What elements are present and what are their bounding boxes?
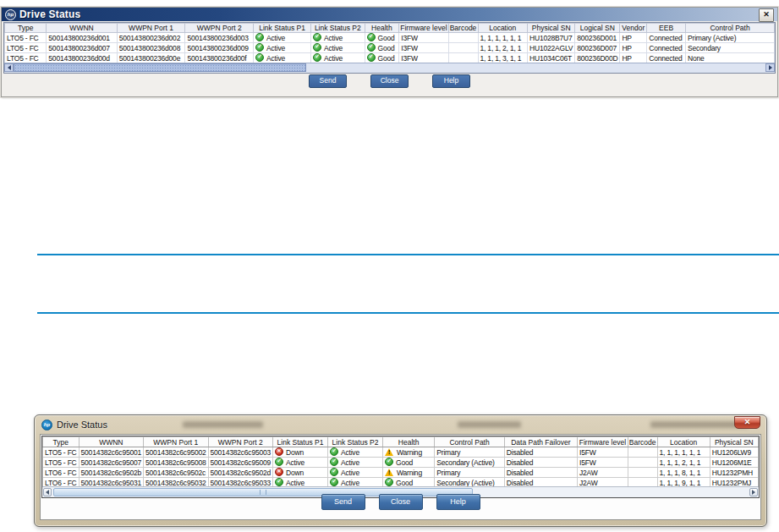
- close-button[interactable]: Close: [370, 74, 409, 88]
- cell: [628, 458, 657, 468]
- drive-row[interactable]: LTO5 - FC50014382c6c9500150014382c6c9500…: [43, 447, 759, 458]
- column-header[interactable]: Physical SN: [528, 24, 575, 33]
- titlebar-glass-artifact: [183, 421, 263, 428]
- cell: None: [686, 53, 775, 63]
- status-text: Good: [378, 54, 395, 63]
- column-header[interactable]: Type: [43, 437, 80, 447]
- cell: 50014382c6c95002: [144, 447, 208, 458]
- status-text: Down: [286, 448, 304, 457]
- cell: HU1022AGLV: [528, 43, 575, 53]
- drive-row[interactable]: LTO5 - FC500143800236d007500143800236d00…: [5, 43, 775, 53]
- status-text: Active: [324, 34, 343, 42]
- horizontal-scrollbar[interactable]: [4, 63, 775, 73]
- column-header[interactable]: Physical SN: [710, 437, 758, 447]
- scroll-right-icon[interactable]: [765, 63, 775, 72]
- horizontal-rule: [37, 254, 779, 255]
- drive-table-viewport: TypeWWNNWWPN Port 1WWPN Port 2Link Statu…: [41, 436, 760, 498]
- drive-row[interactable]: LTO5 - FC500143800236d001500143800236d00…: [5, 33, 775, 43]
- close-button[interactable]: Close: [379, 494, 423, 510]
- status-text: Active: [341, 469, 359, 477]
- cell: 500143800236d002: [117, 33, 185, 43]
- column-header[interactable]: Health: [365, 24, 399, 33]
- cell: 1, 1, 1, 1, 1, 1: [478, 33, 528, 43]
- column-header[interactable]: Location: [657, 437, 710, 447]
- help-button[interactable]: Help: [436, 494, 480, 510]
- column-header[interactable]: Link Status P1: [254, 24, 311, 33]
- titlebar-glass-artifact: [458, 421, 521, 428]
- cell: HP: [620, 33, 647, 43]
- status-ok-icon: [367, 33, 376, 41]
- column-header[interactable]: Data Path Failover: [504, 437, 577, 447]
- cell: [628, 468, 657, 478]
- help-button[interactable]: Help: [432, 74, 470, 88]
- status-ok-icon: [275, 478, 283, 486]
- column-header[interactable]: Firmware level: [399, 24, 448, 33]
- cell: LTO5 - FC: [43, 447, 80, 458]
- drive-status-table: TypeWWNNWWPN Port 1WWPN Port 2Link Statu…: [4, 23, 775, 63]
- cell: LTO6 - FC: [43, 468, 80, 478]
- column-header[interactable]: WWNN: [47, 24, 117, 33]
- column-header[interactable]: Location: [478, 24, 528, 33]
- cell: 50014382c6c9502d: [208, 468, 272, 478]
- drive-row[interactable]: LTO5 - FC500143800236d00d500143800236d00…: [5, 53, 775, 63]
- column-header[interactable]: Barcode: [448, 24, 478, 33]
- send-button[interactable]: Send: [309, 74, 347, 88]
- cell: 800236D007: [575, 43, 620, 53]
- close-icon[interactable]: ✕: [734, 416, 760, 429]
- status-ok-icon: [330, 447, 338, 456]
- column-header[interactable]: WWPN Port 2: [185, 24, 254, 33]
- cell: [448, 53, 478, 63]
- cell: Active: [328, 447, 383, 458]
- column-header[interactable]: WWPN Port 1: [144, 437, 208, 447]
- close-icon[interactable]: ✕: [759, 8, 774, 22]
- cell: Active: [254, 53, 311, 63]
- status-ok-icon: [330, 478, 338, 486]
- column-header[interactable]: Link Status P2: [311, 24, 365, 33]
- column-header[interactable]: WWPN Port 2: [208, 437, 272, 447]
- status-text: Active: [341, 448, 359, 457]
- hp-logo-icon: hp: [41, 420, 52, 431]
- cell: Connected: [647, 43, 686, 53]
- status-text: Active: [266, 44, 285, 52]
- cell: 500143800236d008: [117, 43, 185, 53]
- cell: LTO5 - FC: [5, 53, 47, 63]
- cell: HP: [620, 53, 647, 63]
- status-text: Down: [286, 469, 304, 477]
- column-header[interactable]: Health: [382, 437, 434, 447]
- drive-row[interactable]: LTO6 - FC50014382c6c9502b50014382c6c9502…: [43, 468, 759, 478]
- column-header[interactable]: Type: [5, 24, 47, 33]
- scroll-left-icon[interactable]: [4, 63, 14, 72]
- column-header[interactable]: Link Status P2: [328, 437, 383, 447]
- status-ok-icon: [275, 458, 283, 466]
- title-bar[interactable]: hp Drive Status ✕: [35, 415, 766, 434]
- status-text: Active: [286, 458, 304, 467]
- status-text: Active: [266, 54, 285, 63]
- drive-status-window-bottom: hp Drive Status ✕ TypeWWNNWWPN Port 1WWP…: [34, 414, 767, 527]
- column-header[interactable]: EEB: [647, 24, 686, 33]
- cell: I3FW: [399, 53, 448, 63]
- cell: LTO5 - FC: [5, 33, 47, 43]
- column-header[interactable]: Firmware level: [577, 437, 628, 447]
- column-header[interactable]: Control Path: [686, 24, 775, 33]
- scrollbar-thumb[interactable]: [14, 63, 306, 72]
- dialog-buttons: Send Close Help: [41, 494, 760, 510]
- cell: 1, 1, 1, 2, 1, 1: [657, 458, 710, 468]
- column-header[interactable]: Vendor: [620, 24, 647, 33]
- column-header[interactable]: WWPN Port 1: [117, 24, 185, 33]
- column-header[interactable]: Link Status P1: [273, 437, 328, 447]
- drive-row[interactable]: LTO5 - FC50014382c6c9500750014382c6c9500…: [43, 458, 759, 468]
- cell: Active: [311, 33, 365, 43]
- send-button[interactable]: Send: [321, 494, 365, 510]
- title-bar[interactable]: hp Drive Status ✕: [2, 8, 777, 21]
- column-header[interactable]: WWNN: [79, 437, 143, 447]
- status-down-icon: [275, 468, 283, 476]
- cell: Connected: [647, 53, 686, 63]
- status-ok-icon: [255, 53, 264, 62]
- cell: HU1028B7U7: [528, 33, 575, 43]
- cell: Down: [273, 447, 328, 458]
- cell: [448, 33, 478, 43]
- column-header[interactable]: Logical SN: [575, 24, 620, 33]
- cell: 500143800236d00e: [117, 53, 185, 63]
- column-header[interactable]: Control Path: [435, 437, 505, 447]
- column-header[interactable]: Barcode: [628, 437, 657, 447]
